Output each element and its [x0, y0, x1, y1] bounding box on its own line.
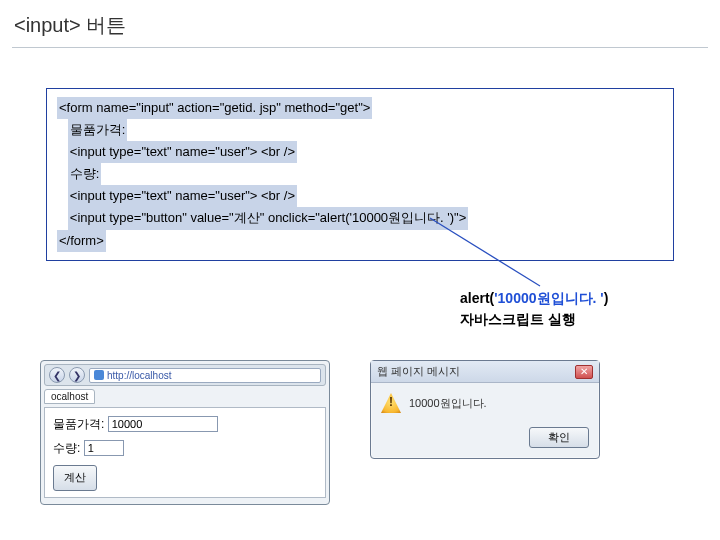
caption-paren: ) [604, 290, 609, 306]
caption-fn: alert [460, 290, 490, 306]
price-label: 물품가격: [53, 414, 104, 436]
dialog-title: 웹 페이지 메시지 [377, 364, 460, 379]
rendered-page: 물품가격: 수량: 계산 [44, 407, 326, 498]
warning-icon [381, 393, 401, 413]
ok-button[interactable]: 확인 [529, 427, 589, 448]
dialog-message: 10000원입니다. [409, 396, 487, 411]
code-line: 수량: [68, 163, 102, 185]
ie-icon [94, 370, 104, 380]
calc-button[interactable]: 계산 [53, 465, 97, 491]
address-bar[interactable]: http://localhost [89, 368, 321, 383]
page-title: <input> 버튼 [0, 0, 720, 47]
url-text: http://localhost [107, 370, 171, 381]
code-line: <form name="input" action="getid. jsp" m… [57, 97, 372, 119]
code-line: </form> [57, 230, 106, 252]
qty-input[interactable] [84, 440, 124, 456]
code-line: <input type="text" name="user"> <br /> [68, 185, 297, 207]
alert-dialog: 웹 페이지 메시지 ✕ 10000원입니다. 확인 [370, 360, 600, 459]
code-listing: <form name="input" action="getid. jsp" m… [46, 88, 674, 261]
back-button[interactable]: ❮ [49, 367, 65, 383]
browser-window: ❮ ❯ http://localhost ocalhost 물품가격: 수량: … [40, 360, 330, 505]
annotation-caption: alert('10000원입니다. ') 자바스크립트 실행 [460, 288, 608, 330]
tab-label: ocalhost [51, 391, 88, 402]
code-line: <input type="button" value="계산" onclick=… [68, 207, 469, 229]
title-divider [12, 47, 708, 48]
caption-desc: 자바스크립트 실행 [460, 311, 576, 327]
code-line: <input type="text" name="user"> <br /> [68, 141, 297, 163]
code-line: 물품가격: [68, 119, 128, 141]
close-icon[interactable]: ✕ [575, 365, 593, 379]
browser-tab[interactable]: ocalhost [44, 389, 95, 404]
forward-button[interactable]: ❯ [69, 367, 85, 383]
caption-arg: '10000원입니다. ' [494, 290, 603, 306]
price-input[interactable] [108, 416, 218, 432]
qty-label: 수량: [53, 438, 80, 460]
